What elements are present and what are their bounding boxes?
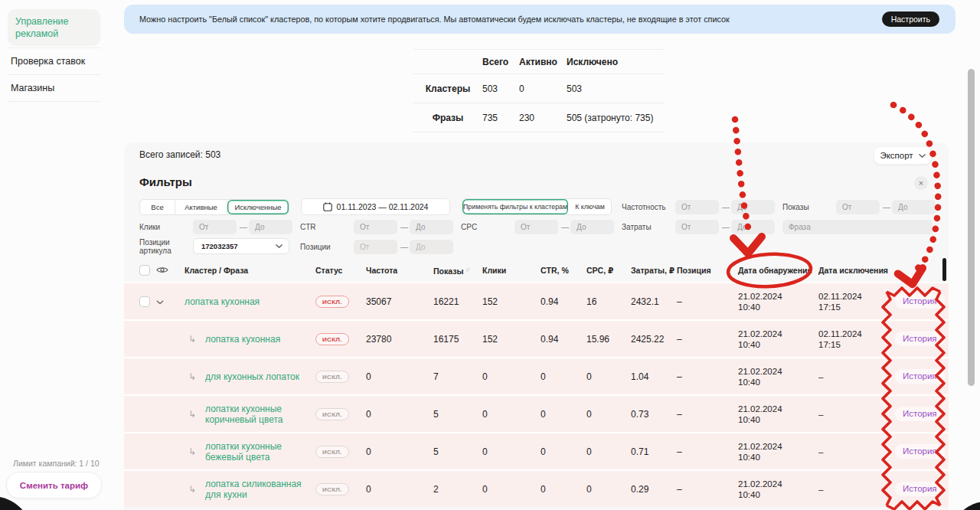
range-dash: — bbox=[561, 223, 569, 231]
select-all-checkbox[interactable] bbox=[139, 265, 150, 276]
cpc-from-input[interactable] bbox=[514, 220, 558, 234]
date-range-picker[interactable]: 01.11.2023 — 02.11.2024 bbox=[301, 198, 450, 215]
status-tab-3[interactable]: Исключенные bbox=[227, 200, 289, 214]
export-button[interactable]: Экспорт bbox=[874, 146, 932, 165]
header-date-found[interactable]: Дата обнаружения bbox=[733, 266, 814, 275]
row-position-cell: – bbox=[672, 371, 733, 382]
row-status-cell: ИСКЛ. bbox=[311, 333, 361, 345]
status-badge: ИСКЛ. bbox=[315, 296, 349, 308]
filters-title: Фильтры bbox=[139, 175, 192, 188]
row-cpc-cell: 15.96 bbox=[582, 334, 626, 345]
filter-clicks: Клики — bbox=[139, 220, 292, 234]
header-frequency[interactable]: Частота bbox=[361, 266, 429, 275]
phrase-link[interactable]: лопатки кухонные бежевый цвета bbox=[205, 441, 311, 463]
ctr-from-input[interactable] bbox=[354, 220, 397, 234]
phrase-search-input[interactable] bbox=[782, 220, 933, 234]
phrase-link[interactable]: лопатка кухонная bbox=[205, 334, 280, 345]
summary-header-cell: Исключено bbox=[567, 50, 665, 74]
row-phrase-cell: ↳лопатки кухонные бежевый цвета bbox=[184, 441, 311, 463]
table-row: ↳лопатка силикованная для кухниИСКЛ.0200… bbox=[124, 469, 949, 507]
clicks-to-input[interactable] bbox=[249, 220, 292, 234]
row-cpc-cell: 0 bbox=[582, 409, 626, 420]
table-row: ↳лопатки кухонные коричневый цветаИСКЛ.0… bbox=[124, 394, 949, 432]
row-costs-cell: 2425.22 bbox=[626, 334, 672, 345]
cpc-to-input[interactable] bbox=[570, 220, 614, 234]
sidebar-item-2[interactable]: Проверка ставок bbox=[8, 50, 100, 73]
costs-to-input[interactable] bbox=[731, 220, 775, 234]
header-costs[interactable]: Затраты, ₽ bbox=[626, 266, 672, 275]
row-expand-chevron-icon[interactable] bbox=[156, 296, 184, 307]
row-date-excluded-cell: – bbox=[814, 409, 884, 420]
history-link[interactable]: История bbox=[895, 407, 945, 421]
row-costs-cell: 0.29 bbox=[626, 484, 672, 495]
history-link[interactable]: История bbox=[895, 444, 945, 459]
costs-from-input[interactable] bbox=[675, 220, 719, 234]
frequency-to-input[interactable] bbox=[731, 200, 775, 214]
positions-from-input[interactable] bbox=[354, 240, 397, 254]
shows-to-input[interactable] bbox=[892, 200, 936, 214]
row-history-cell: История bbox=[884, 444, 949, 459]
row-shows-cell: 7 bbox=[429, 371, 478, 382]
status-tab-2[interactable]: Активные bbox=[175, 200, 227, 214]
row-frequency-cell: 23780 bbox=[361, 334, 429, 345]
header-cpc[interactable]: CPC, ₽ bbox=[582, 266, 626, 275]
frequency-from-input[interactable] bbox=[675, 200, 719, 214]
history-link[interactable]: История bbox=[895, 294, 945, 309]
row-shows-cell: 5 bbox=[429, 446, 478, 457]
page-scrollbar-thumb[interactable] bbox=[968, 69, 975, 386]
row-status-cell: ИСКЛ. bbox=[311, 483, 361, 495]
phrase-link[interactable]: лопатка силикованная для кухни bbox=[205, 479, 311, 500]
status-tab-1[interactable]: Все bbox=[140, 200, 175, 214]
ctr-to-input[interactable] bbox=[410, 220, 453, 234]
header-status[interactable]: Статус bbox=[311, 266, 361, 275]
header-date-excluded[interactable]: Дата исключения bbox=[814, 266, 884, 275]
eye-icon[interactable] bbox=[156, 263, 184, 277]
phrase-link[interactable]: лопатки кухонные коричневый цвета bbox=[205, 404, 311, 425]
row-checkbox[interactable] bbox=[139, 296, 150, 307]
status-badge: ИСКЛ. bbox=[315, 408, 349, 420]
row-history-cell: История bbox=[884, 369, 949, 384]
banner-configure-button[interactable]: Настроить bbox=[882, 11, 939, 27]
apply-tab-2[interactable]: К ключам bbox=[569, 199, 611, 214]
row-position-cell: – bbox=[672, 334, 733, 345]
shows-from-input[interactable] bbox=[836, 200, 880, 214]
change-plan-button[interactable]: Сменить тариф bbox=[6, 472, 102, 499]
row-history-cell: История bbox=[884, 482, 949, 496]
sidebar-item-3[interactable]: Магазины bbox=[8, 77, 100, 100]
header-position[interactable]: Позиция bbox=[672, 266, 733, 275]
filter-positions: Позиции — bbox=[300, 240, 453, 254]
header-shows[interactable]: Показы ↓↑ bbox=[429, 266, 478, 276]
header-ctr[interactable]: CTR, % bbox=[536, 266, 582, 275]
header-phrase[interactable]: Кластер / Фраза bbox=[184, 266, 311, 275]
row-cpc-cell: 0 bbox=[582, 371, 626, 382]
frequency-label: Частотность bbox=[622, 203, 675, 211]
summary-value: 735 bbox=[482, 103, 519, 132]
table-scrollbar-thumb[interactable] bbox=[942, 258, 946, 281]
clicks-from-input[interactable] bbox=[193, 220, 237, 234]
range-dash: — bbox=[400, 243, 408, 251]
summary-row-label: Фразы bbox=[413, 103, 482, 132]
row-frequency-cell: 0 bbox=[361, 446, 429, 457]
article-select[interactable]: 172032357 bbox=[193, 238, 289, 254]
sort-icon[interactable]: ↓↑ bbox=[466, 266, 470, 273]
status-badge: ИСКЛ. bbox=[315, 371, 349, 383]
header-clicks[interactable]: Клики bbox=[478, 266, 536, 275]
row-clicks-cell: 0 bbox=[478, 446, 536, 457]
row-position-cell: – bbox=[672, 409, 733, 420]
campaign-limit-label: Лимит кампаний: 1 / 10 bbox=[13, 459, 100, 468]
apply-tab-1[interactable]: Применять фильтры к кластерам bbox=[462, 199, 569, 214]
row-history-cell: История bbox=[884, 407, 949, 421]
close-filters-icon[interactable]: × bbox=[914, 176, 928, 190]
positions-to-input[interactable] bbox=[410, 240, 453, 254]
history-link[interactable]: История bbox=[895, 369, 945, 384]
sidebar-item-1[interactable]: Управление рекламой bbox=[8, 9, 100, 46]
phrase-link[interactable]: для кухонных лопаток bbox=[205, 371, 299, 382]
history-link[interactable]: История bbox=[895, 482, 945, 496]
filter-ctr: CTR — bbox=[300, 220, 453, 234]
row-clicks-cell: 0 bbox=[478, 409, 536, 420]
phrase-link[interactable]: лопатка кухонная bbox=[185, 296, 260, 307]
row-status-cell: ИСКЛ. bbox=[311, 371, 361, 383]
history-link[interactable]: История bbox=[895, 332, 945, 346]
summary-header-cell: Всего bbox=[482, 50, 519, 74]
table-row: лопатка кухоннаяИСКЛ.35067162211520.9416… bbox=[124, 282, 949, 319]
